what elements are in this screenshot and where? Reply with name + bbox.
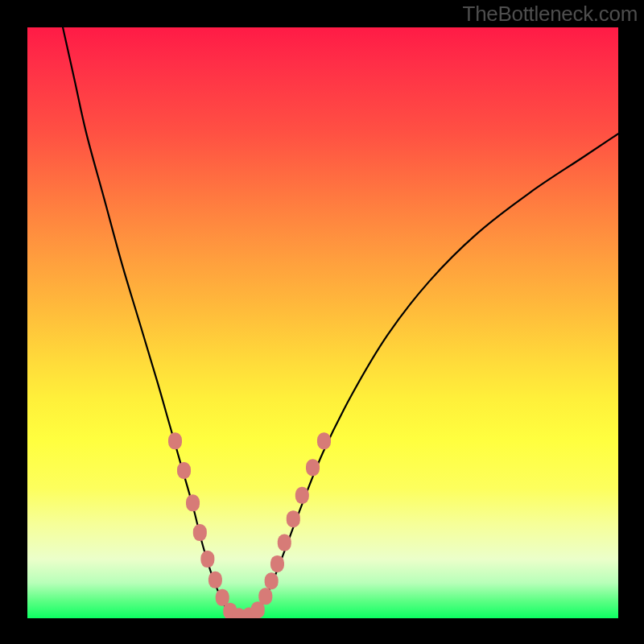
curve-marker	[258, 588, 272, 605]
curve-marker	[177, 462, 191, 479]
curve-marker	[186, 494, 200, 511]
chart-svg	[27, 27, 618, 618]
curve-marker	[208, 572, 222, 588]
curve-marker	[287, 510, 300, 527]
watermark-text: TheBottleneck.com	[463, 2, 638, 27]
curve-marker	[265, 572, 279, 589]
curve-marker	[278, 535, 291, 551]
curve-marker	[317, 432, 331, 449]
curve-marker	[168, 432, 182, 449]
curve-marker	[306, 459, 320, 476]
curve-marker	[193, 524, 207, 541]
curve-markers	[168, 432, 331, 618]
curve-marker	[200, 551, 214, 568]
plot-area	[27, 27, 618, 618]
curve-marker	[270, 555, 284, 572]
chart-container: TheBottleneck.com	[0, 0, 644, 644]
bottleneck-curve-path	[63, 27, 618, 617]
bottleneck-curve	[63, 27, 618, 617]
curve-marker	[295, 487, 309, 504]
